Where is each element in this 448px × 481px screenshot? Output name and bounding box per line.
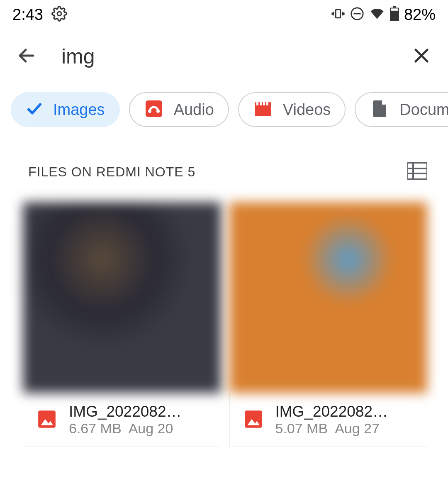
status-time: 2:43 [12, 6, 43, 24]
audio-icon [144, 99, 164, 120]
svg-point-12 [156, 110, 160, 113]
gear-icon [51, 6, 67, 23]
section-header: FILES ON REDMI NOTE 5 [0, 139, 448, 194]
svg-rect-18 [407, 163, 427, 179]
vibrate-icon [331, 7, 345, 22]
svg-rect-1 [336, 10, 340, 18]
video-icon [253, 99, 273, 120]
chip-label: Images [53, 101, 105, 119]
chip-label: Videos [283, 101, 331, 119]
file-card[interactable]: IMG_2022082… 5.07 MB Aug 27 [229, 202, 428, 447]
file-thumbnail [23, 202, 221, 393]
search-input[interactable] [61, 44, 387, 68]
chip-documents[interactable]: Documents [355, 92, 448, 127]
svg-rect-10 [146, 100, 162, 117]
clear-button[interactable] [407, 42, 436, 71]
battery-icon [390, 6, 399, 23]
dnd-icon [350, 7, 364, 22]
battery-percent: 82% [404, 6, 436, 24]
list-view-toggle[interactable] [407, 162, 427, 181]
filter-chips[interactable]: Images Audio Videos Documents [0, 88, 448, 139]
svg-rect-16 [263, 102, 265, 105]
file-name: IMG_2022082… [275, 403, 419, 420]
back-button[interactable] [12, 42, 41, 71]
chip-label: Documents [399, 101, 448, 119]
file-meta: 5.07 MB Aug 27 [275, 420, 419, 437]
file-texts: IMG_2022082… 5.07 MB Aug 27 [275, 403, 419, 437]
image-icon [37, 409, 57, 431]
status-left: 2:43 [12, 6, 67, 24]
file-info: IMG_2022082… 5.07 MB Aug 27 [229, 393, 428, 447]
chip-videos[interactable]: Videos [238, 92, 346, 127]
file-card[interactable]: IMG_2022082… 6.67 MB Aug 20 [23, 202, 221, 447]
section-title: FILES ON REDMI NOTE 5 [28, 164, 195, 180]
file-name: IMG_2022082… [69, 403, 212, 420]
status-right: 82% [331, 6, 436, 24]
chip-images[interactable]: Images [11, 92, 120, 127]
wifi-icon [369, 7, 385, 22]
svg-rect-17 [266, 102, 268, 105]
files-grid: IMG_2022082… 6.67 MB Aug 20 IMG_2022082…… [0, 194, 448, 447]
file-thumbnail [229, 202, 428, 393]
document-icon [370, 99, 390, 120]
svg-rect-14 [256, 102, 258, 105]
file-info: IMG_2022082… 6.67 MB Aug 20 [23, 393, 221, 447]
svg-rect-24 [245, 410, 262, 428]
chip-label: Audio [174, 101, 214, 119]
svg-rect-6 [391, 8, 398, 10]
svg-point-11 [148, 110, 151, 113]
svg-rect-22 [38, 410, 56, 428]
chip-audio[interactable]: Audio [129, 92, 229, 127]
search-bar [0, 29, 448, 88]
check-icon [26, 100, 43, 119]
svg-rect-5 [393, 6, 396, 8]
svg-point-0 [57, 12, 61, 16]
svg-rect-15 [260, 102, 262, 105]
image-icon [243, 409, 264, 431]
status-bar: 2:43 82% [0, 0, 448, 29]
file-meta: 6.67 MB Aug 20 [69, 420, 212, 437]
file-texts: IMG_2022082… 6.67 MB Aug 20 [69, 403, 212, 437]
